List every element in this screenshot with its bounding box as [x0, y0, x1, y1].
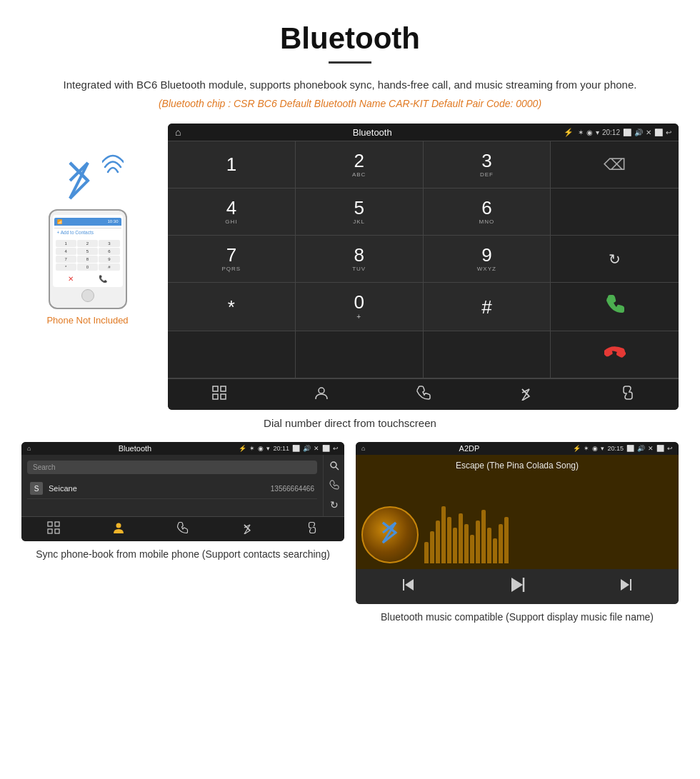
phone-key-7: 7: [56, 256, 76, 263]
key-7[interactable]: 7 PQRS: [168, 236, 296, 283]
svg-rect-3: [221, 394, 226, 399]
bt-icon-wrap: [52, 145, 124, 202]
eq-bar: [476, 521, 480, 563]
music-usb-icon: ⚡: [573, 445, 581, 452]
key-6[interactable]: 6 MNO: [424, 189, 551, 236]
nav-grid-icon[interactable]: [211, 385, 227, 404]
pb-statusbar: ⌂ Bluetooth ⚡ ✶ ◉ ▾ 20:11 ⬜ 🔊 ✕ ⬜ ↩: [21, 442, 344, 455]
key-refresh[interactable]: ↻: [551, 236, 679, 283]
pb-contact-row[interactable]: S Seicane 13566664466: [27, 478, 317, 499]
music-controls: [356, 569, 679, 604]
key-hash[interactable]: #: [424, 283, 551, 331]
music-bt-icon: ✶: [584, 445, 589, 452]
key-empty-r2: [551, 189, 679, 236]
key-9[interactable]: 9 WXYZ: [424, 236, 551, 283]
svg-rect-2: [213, 394, 218, 399]
phone-screen: 📶10:30 + Add to Contacts 1 2 3 4 5 6 7 8…: [53, 215, 123, 287]
bottom-screenshots: ⌂ Bluetooth ⚡ ✶ ◉ ▾ 20:11 ⬜ 🔊 ✕ ⬜ ↩ Sear…: [0, 442, 700, 625]
pb-loc-icon: ◉: [258, 445, 264, 452]
svg-marker-12: [405, 579, 414, 590]
key-5-sub: JKL: [353, 218, 365, 225]
key-8[interactable]: 8 TUV: [296, 236, 424, 283]
key-call-red-cell[interactable]: [551, 331, 679, 378]
phone-screen-header: 📶10:30: [54, 218, 121, 226]
usb-icon: ⚡: [564, 128, 574, 137]
phone-key-2: 2: [77, 240, 98, 247]
key-1[interactable]: 1: [168, 141, 296, 189]
back-icon[interactable]: ↩: [666, 129, 671, 136]
key-0[interactable]: 0 +: [296, 283, 424, 331]
key-call-green-cell[interactable]: [551, 283, 679, 331]
svg-marker-14: [511, 578, 523, 592]
pb-call-side-icon[interactable]: [329, 480, 339, 492]
pb-back-icon[interactable]: ↩: [333, 445, 339, 452]
window-icon: ⬜: [654, 129, 663, 136]
title-underline: [329, 61, 371, 64]
pb-cam-icon: ⬜: [292, 445, 300, 452]
pb-refresh-side-icon[interactable]: ↻: [330, 499, 339, 511]
key-2[interactable]: 2 ABC: [296, 141, 424, 189]
music-prev-icon[interactable]: [401, 577, 416, 596]
key-7-sub: PQRS: [222, 266, 241, 272]
music-next-icon[interactable]: [618, 577, 634, 596]
music-back-icon[interactable]: ↩: [667, 445, 673, 452]
music-home-icon[interactable]: ⌂: [361, 445, 365, 452]
svg-rect-10: [55, 529, 59, 533]
pb-nav-grid-icon[interactable]: [47, 521, 60, 537]
eq-bar: [481, 510, 486, 563]
eq-bar: [464, 524, 469, 563]
key-4[interactable]: 4 GHI: [168, 189, 296, 236]
key-4-num: 4: [226, 198, 236, 217]
key-3-sub: DEF: [480, 171, 494, 178]
nav-phone-icon[interactable]: [416, 385, 431, 404]
dial-statusbar: ⌂ Bluetooth ⚡ ✶ ◉ ▾ 20:12 ⬜ 🔊 ✕ ⬜ ↩: [168, 124, 679, 141]
pb-contact-name: Seicane: [49, 484, 265, 493]
eq-bar: [453, 528, 457, 563]
nav-bluetooth-icon[interactable]: [518, 385, 534, 404]
pb-close-icon[interactable]: ✕: [314, 445, 319, 452]
music-close-icon[interactable]: ✕: [648, 445, 654, 452]
svg-marker-16: [621, 579, 629, 590]
camera-icon: ⬜: [623, 129, 631, 136]
nav-contacts-icon[interactable]: [314, 385, 329, 404]
key-0-sub: +: [356, 313, 361, 321]
phone-add-contact-label: + Add to Contacts: [54, 228, 121, 236]
key-2-num: 2: [354, 151, 364, 170]
key-backspace[interactable]: ⌫: [551, 141, 679, 189]
bluetooth-symbol-icon: [59, 152, 99, 210]
phone-key-8: 8: [77, 256, 98, 263]
pb-nav-person-icon[interactable]: [112, 521, 125, 537]
key-empty-r5-1: [168, 331, 296, 378]
pb-home-icon[interactable]: ⌂: [27, 445, 31, 452]
phone-home-button: [81, 289, 94, 302]
key-star[interactable]: *: [168, 283, 296, 331]
svg-point-4: [319, 388, 324, 393]
phonebook-section: ⌂ Bluetooth ⚡ ✶ ◉ ▾ 20:11 ⬜ 🔊 ✕ ⬜ ↩ Sear…: [21, 442, 344, 625]
svg-rect-9: [48, 529, 52, 533]
eq-bar: [504, 517, 509, 563]
pb-search-side-icon[interactable]: [329, 461, 339, 473]
subtitle-text: Integrated with BC6 Bluetooth module, su…: [0, 76, 700, 98]
pb-nav-bluetooth-icon[interactable]: [241, 521, 254, 537]
key-3[interactable]: 3 DEF: [424, 141, 551, 189]
music-play-pause-icon[interactable]: [507, 575, 527, 598]
svg-point-11: [116, 523, 121, 528]
signal-icon: ▾: [596, 129, 599, 136]
key-5[interactable]: 5 JKL: [296, 189, 424, 236]
pb-search-field[interactable]: Search: [27, 461, 317, 474]
svg-rect-7: [48, 522, 52, 526]
call-end-icon: [604, 341, 626, 368]
music-vol-icon: 🔊: [637, 445, 645, 452]
nav-link-icon[interactable]: [620, 385, 636, 404]
pb-nav-link-icon[interactable]: [306, 521, 319, 537]
music-time: 20:15: [607, 445, 624, 452]
eq-bar: [470, 535, 474, 563]
key-6-num: 6: [481, 198, 491, 217]
music-loc-icon: ◉: [592, 445, 598, 452]
home-icon[interactable]: ⌂: [175, 126, 181, 138]
pb-nav-phone-icon[interactable]: [176, 521, 189, 537]
close-icon[interactable]: ✕: [646, 129, 651, 136]
equalizer-bars: [424, 513, 673, 563]
music-section: ⌂ A2DP ⚡ ✶ ◉ ▾ 20:15 ⬜ 🔊 ✕ ⬜ ↩ Escape (T…: [356, 442, 679, 625]
phone-key-9: 9: [99, 256, 119, 263]
